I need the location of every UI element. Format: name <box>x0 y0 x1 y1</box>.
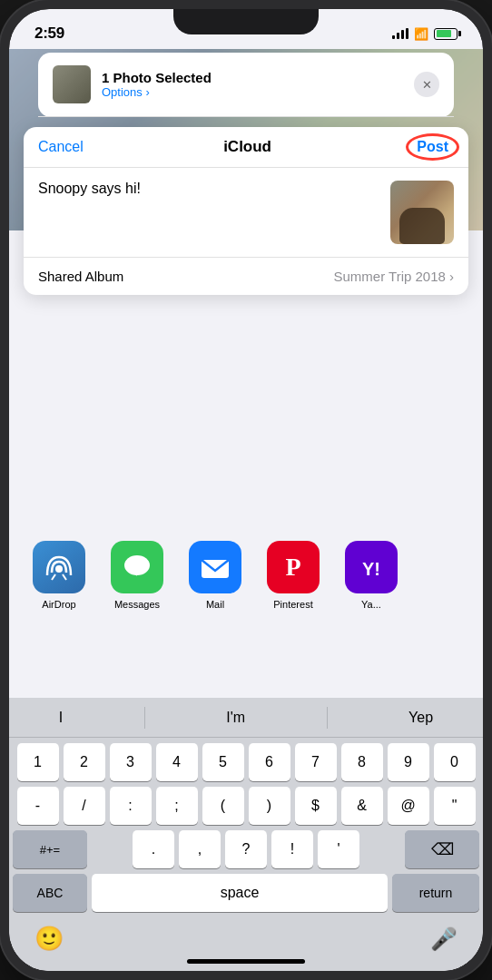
status-icons: 📶 <box>392 27 458 41</box>
mail-icon-svg <box>197 549 233 585</box>
key-hashtag[interactable]: #+= <box>13 830 87 868</box>
share-app-mail[interactable]: Mail <box>183 541 247 610</box>
mail-app-icon <box>189 541 241 593</box>
special-center-keys: . , ? ! ' <box>133 830 359 868</box>
share-apps-row: AirDrop Messages <box>27 541 465 610</box>
airdrop-label: AirDrop <box>42 599 75 610</box>
photo-preview <box>390 181 454 244</box>
svg-text:Y!: Y! <box>362 559 380 579</box>
pinterest-app-icon: P <box>267 541 320 593</box>
messages-app-icon <box>111 541 163 593</box>
key-6[interactable]: 6 <box>249 743 290 781</box>
album-name[interactable]: Summer Trip 2018 › <box>333 269 454 284</box>
phone-frame: 2:59 📶 1 Pho <box>0 0 492 980</box>
key-4[interactable]: 4 <box>156 743 198 781</box>
key-comma[interactable]: , <box>179 830 221 868</box>
keyboard[interactable]: I I'm Yep 1 2 3 4 5 6 7 8 9 0 - <box>9 698 483 971</box>
key-9[interactable]: 9 <box>388 743 429 781</box>
predictive-divider-1 <box>144 707 145 729</box>
key-exclaim[interactable]: ! <box>271 830 313 868</box>
key-5[interactable]: 5 <box>202 743 244 781</box>
key-quote[interactable]: " <box>434 787 476 825</box>
battery-fill <box>437 30 452 37</box>
key-space[interactable]: space <box>92 874 388 912</box>
key-2[interactable]: 2 <box>64 743 105 781</box>
number-row: 1 2 3 4 5 6 7 8 9 0 <box>9 738 483 781</box>
svg-point-0 <box>55 565 63 573</box>
icloud-footer: Shared Album Summer Trip 2018 › <box>24 257 468 295</box>
share-app-pinterest[interactable]: P Pinterest <box>261 541 325 610</box>
signal-icon <box>392 28 408 39</box>
share-header-top: 1 Photo Selected Options › ✕ <box>38 53 454 117</box>
key-delete[interactable]: ⌫ <box>405 830 479 868</box>
post-button[interactable]: Post <box>411 137 454 156</box>
key-close-paren[interactable]: ) <box>249 787 290 825</box>
pinterest-icon-svg: P <box>277 551 310 583</box>
messages-icon-svg <box>121 551 153 583</box>
predictive-divider-2 <box>327 707 328 729</box>
options-link[interactable]: Options › <box>102 85 414 99</box>
share-app-yahoo[interactable]: Y! Ya... <box>339 541 403 610</box>
share-header: 1 Photo Selected Options › ✕ <box>38 53 454 117</box>
home-indicator <box>187 959 305 964</box>
predictive-word-2[interactable]: I'm <box>208 702 263 733</box>
predictive-word-3[interactable]: Yep <box>390 702 451 733</box>
icloud-dialog: Cancel iCloud Post Snoopy says hi! Share… <box>24 127 468 295</box>
bottom-row: ABC space return <box>9 868 483 917</box>
share-apps-section: AirDrop Messages <box>9 526 483 617</box>
status-time: 2:59 <box>34 24 64 43</box>
icloud-title: iCloud <box>223 138 271 156</box>
svg-text:P: P <box>285 553 300 581</box>
messages-label: Messages <box>114 599 160 610</box>
key-return[interactable]: return <box>392 874 479 912</box>
symbol-row: - / : ; ( ) $ & @ " <box>9 781 483 825</box>
key-open-paren[interactable]: ( <box>202 787 244 825</box>
key-colon[interactable]: : <box>110 787 152 825</box>
mail-label: Mail <box>206 599 224 610</box>
key-3[interactable]: 3 <box>110 743 152 781</box>
close-button[interactable]: ✕ <box>414 72 439 97</box>
predictive-word-1[interactable]: I <box>41 702 81 733</box>
dog-shape <box>399 208 445 244</box>
yahoo-app-icon: Y! <box>345 541 398 593</box>
post-button-wrapper: Post <box>411 139 454 155</box>
icloud-message-text[interactable]: Snoopy says hi! <box>38 181 381 197</box>
key-dash[interactable]: - <box>17 787 59 825</box>
yahoo-icon-svg: Y! <box>355 551 388 583</box>
wifi-icon: 📶 <box>414 27 428 41</box>
share-app-airdrop[interactable]: AirDrop <box>27 541 91 610</box>
key-8[interactable]: 8 <box>341 743 383 781</box>
key-dollar[interactable]: $ <box>295 787 337 825</box>
predictive-bar: I I'm Yep <box>9 698 483 738</box>
photo-thumbnail-small <box>53 65 91 103</box>
key-at[interactable]: @ <box>388 787 429 825</box>
microphone-icon[interactable]: 🎤 <box>430 926 458 952</box>
key-1[interactable]: 1 <box>17 743 59 781</box>
key-0[interactable]: 0 <box>434 743 476 781</box>
key-apostrophe[interactable]: ' <box>318 830 359 868</box>
key-slash[interactable]: / <box>64 787 105 825</box>
emoji-icon[interactable]: 🙂 <box>34 925 64 953</box>
key-7[interactable]: 7 <box>295 743 337 781</box>
close-icon: ✕ <box>422 78 432 92</box>
photo-selected-label: 1 Photo Selected <box>102 70 414 85</box>
airdrop-icon-svg <box>41 549 77 585</box>
svg-line-1 <box>52 574 55 580</box>
svg-point-3 <box>124 555 150 575</box>
battery-icon <box>434 28 458 40</box>
yahoo-label: Ya... <box>361 599 381 610</box>
key-ampersand[interactable]: & <box>341 787 383 825</box>
notch <box>173 9 319 34</box>
icloud-body: Snoopy says hi! <box>24 168 468 257</box>
key-question[interactable]: ? <box>225 830 267 868</box>
key-semicolon[interactable]: ; <box>156 787 198 825</box>
cancel-button[interactable]: Cancel <box>38 139 84 155</box>
pinterest-label: Pinterest <box>273 599 312 610</box>
special-row: #+= . , ? ! ' ⌫ <box>9 825 483 868</box>
share-app-messages[interactable]: Messages <box>105 541 169 610</box>
key-period[interactable]: . <box>133 830 174 868</box>
phone-screen: 2:59 📶 1 Pho <box>9 9 483 971</box>
icloud-header: Cancel iCloud Post <box>24 127 468 168</box>
svg-line-2 <box>63 574 66 580</box>
key-abc[interactable]: ABC <box>13 874 87 912</box>
